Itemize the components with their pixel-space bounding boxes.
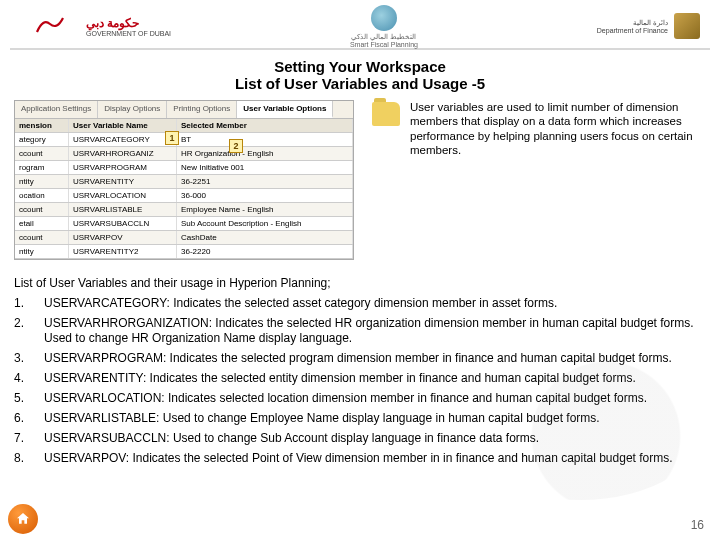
logo-left: حكومة دبي GOVERNMENT OF DUBAI [20,11,171,41]
brand-en: GOVERNMENT OF DUBAI [86,30,171,37]
table-cell: USRVARPOV [69,231,177,244]
table-cell: ccount [15,203,69,216]
table-row: ccountUSRVARHRORGANIZHR Organization - E… [15,147,353,161]
list-text: USERVARLISTABLE: Used to change Employee… [44,411,600,426]
info-text: User variables are used to limit number … [410,100,706,158]
table-cell: ntity [15,175,69,188]
table-cell: ocation [15,189,69,202]
list-text: USERVARPOV: Indicates the selected Point… [44,451,673,466]
list-number: 6. [14,411,28,426]
col-dimension: mension [15,119,69,132]
list-intro: List of User Variables and their usage i… [14,276,706,290]
list-item: 2.USERVARHRORGANIZATION: Indicates the s… [14,316,706,346]
table-cell: CashDate [177,231,353,244]
table-row: ategoryUSRVARCATEGORYBT [15,133,353,147]
list-item: 4.USERVARENTITY: Indicates the selected … [14,371,706,386]
table-cell: USRVARENTITY [69,175,177,188]
list-number: 5. [14,391,28,406]
tab-display-options: Display Options [98,101,167,118]
list-item: 8.USERVARPOV: Indicates the selected Poi… [14,451,706,466]
col-variable-name: User Variable Name [69,119,177,132]
table-cell: USRVARENTITY2 [69,245,177,258]
list-number: 1. [14,296,28,311]
list-text: USERVARLOCATION: Indicates selected loca… [44,391,647,406]
table-row: ccountUSRVARLISTABLEEmployee Name - Engl… [15,203,353,217]
table-cell: USRVARCATEGORY [69,133,177,146]
table-cell: USRVARHRORGANIZ [69,147,177,160]
table-row: rogramUSRVARPROGRAMNew Initiative 001 [15,161,353,175]
table-cell: USRVARPROGRAM [69,161,177,174]
logo-right: دائرة المالية Department of Finance [597,13,700,39]
header-divider [10,48,710,50]
callout-1: 1 [165,131,179,145]
table-row: ccountUSRVARPOVCashDate [15,231,353,245]
right-label-en: Department of Finance [597,27,668,34]
list-text: USERVARSUBACCLN: Used to change Sub Acco… [44,431,539,446]
table-row: ntityUSRVARENTITY236-2220 [15,245,353,259]
center-label-en: Smart Fiscal Planning [350,41,418,48]
table-cell: ategory [15,133,69,146]
table-row: ntityUSRVARENTITY36-2251 [15,175,353,189]
table-cell: HR Organization - English [177,147,353,160]
list-item: 6.USERVARLISTABLE: Used to change Employ… [14,411,706,426]
list-item: 5.USERVARLOCATION: Indicates selected lo… [14,391,706,406]
center-label-ar: التخطيط المالي الذكي [350,33,418,41]
list-item: 7.USERVARSUBACCLN: Used to change Sub Ac… [14,431,706,446]
list-text: USERVARCATEGORY: Indicates the selected … [44,296,557,311]
list-text: USERVARENTITY: Indicates the selected en… [44,371,636,386]
table-cell: Sub Account Description - English [177,217,353,230]
table-cell: 36-000 [177,189,353,202]
table-cell: etail [15,217,69,230]
dof-crest-icon [674,13,700,39]
table-cell: New Initiative 001 [177,161,353,174]
home-button[interactable] [8,504,38,534]
app-screenshot: Application Settings Display Options Pri… [14,100,354,260]
globe-icon [371,5,397,31]
table-cell: 36-2220 [177,245,353,258]
table-cell: ccount [15,147,69,160]
table-cell: Employee Name - English [177,203,353,216]
page-number: 16 [691,518,704,532]
table-cell: USRVARLISTABLE [69,203,177,216]
table-cell: ccount [15,231,69,244]
list-text: USERVARHRORGANIZATION: Indicates the sel… [44,316,706,346]
list-number: 4. [14,371,28,386]
info-box: User variables are used to limit number … [372,100,706,260]
table-cell: USRVARLOCATION [69,189,177,202]
table-row: etailUSRVARSUBACCLNSub Account Descripti… [15,217,353,231]
title-block: Setting Your Workspace List of User Vari… [0,58,720,92]
variable-list: 1.USERVARCATEGORY: Indicates the selecte… [14,296,706,466]
list-item: 1.USERVARCATEGORY: Indicates the selecte… [14,296,706,311]
col-selected-member: Selected Member [177,119,353,132]
table-cell: USRVARSUBACCLN [69,217,177,230]
list-text: USERVARPROGRAM: Indicates the selected p… [44,351,672,366]
table-cell: ntity [15,245,69,258]
title-line-1: Setting Your Workspace [0,58,720,75]
slide-header: حكومة دبي GOVERNMENT OF DUBAI التخطيط ال… [0,0,720,48]
list-number: 3. [14,351,28,366]
grid-body: ategoryUSRVARCATEGORYBTccountUSRVARHRORG… [15,133,353,259]
table-cell: 36-2251 [177,175,353,188]
right-label-ar: دائرة المالية [597,19,668,27]
dubai-crest-icon [20,11,80,41]
tab-app-settings: Application Settings [15,101,98,118]
tab-bar: Application Settings Display Options Pri… [15,101,353,119]
list-number: 7. [14,431,28,446]
list-item: 3.USERVARPROGRAM: Indicates the selected… [14,351,706,366]
grid-header: mension User Variable Name Selected Memb… [15,119,353,133]
logo-center: التخطيط المالي الذكي Smart Fiscal Planni… [350,5,418,48]
list-number: 8. [14,451,28,466]
table-cell: BT [177,133,353,146]
tab-printing-options: Printing Options [167,101,237,118]
table-cell: rogram [15,161,69,174]
home-icon [15,511,31,527]
brand-ar: حكومة دبي [86,16,171,30]
table-row: ocationUSRVARLOCATION36-000 [15,189,353,203]
folder-icon [372,102,400,126]
callout-2: 2 [229,139,243,153]
list-number: 2. [14,316,28,346]
title-line-2: List of User Variables and Usage -5 [0,75,720,92]
tab-user-variable-options: User Variable Options [237,101,333,118]
